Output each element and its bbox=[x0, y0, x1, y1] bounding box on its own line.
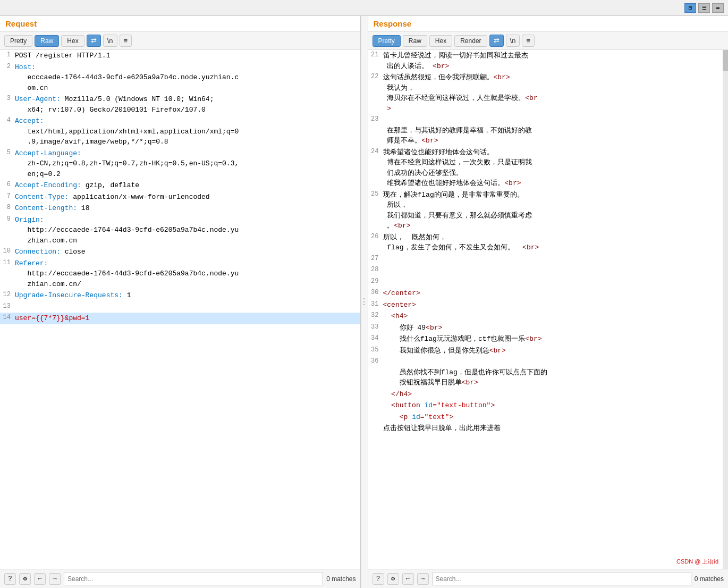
request-matches-label: 0 matches bbox=[326, 575, 355, 583]
response-line-31: 31 <center> bbox=[368, 299, 723, 311]
response-forward-button[interactable]: → bbox=[417, 573, 429, 585]
request-pretty-button[interactable]: Pretty bbox=[4, 35, 32, 47]
line-content-12: Upgrade-Insecure-Requests: 1 bbox=[15, 290, 360, 301]
line-num-1: 1 bbox=[0, 51, 15, 58]
minimize-button[interactable]: ▬ bbox=[712, 3, 724, 13]
response-line-22: 22 这句话虽然很短，但令我浮想联翩。<br> 我认为， 海贝尔在不经意间这样说… bbox=[368, 72, 723, 114]
request-raw-button[interactable]: Raw bbox=[35, 35, 59, 47]
response-line-37: </h4> bbox=[368, 389, 723, 400]
line-num-5: 5 bbox=[0, 148, 15, 156]
request-newline-icon[interactable]: \n bbox=[103, 35, 117, 47]
line-num-4: 4 bbox=[0, 116, 15, 124]
list-view-button[interactable]: ☰ bbox=[698, 3, 710, 13]
request-back-button[interactable]: ← bbox=[34, 573, 46, 585]
resp-line-num-39 bbox=[368, 412, 383, 413]
resp-line-num-33: 33 bbox=[368, 323, 383, 331]
resp-line-content-31: <center> bbox=[383, 300, 723, 310]
line-num-14: 14 bbox=[0, 313, 15, 321]
response-search-input[interactable] bbox=[432, 573, 691, 585]
response-code-area: 21 笛卡儿曾经说过，阅读一切好书如同和过去最杰 出的人谈话。 <br> 22 … bbox=[368, 50, 723, 569]
response-line-36: 36 虽然你找不到flag，但是也许你可以点点下面的 按钮祝福我早日脱单<br> bbox=[368, 356, 723, 389]
line-content-7: Content-Type: application/x-www-form-url… bbox=[15, 192, 360, 203]
response-line-33: 33 你好 49<br> bbox=[368, 322, 723, 334]
line-content-10: Connection: close bbox=[15, 247, 360, 257]
resp-line-content-25: 现在，解决flag的问题，是非常非常重要的。 所以， 我们都知道，只要有意义，那… bbox=[383, 190, 723, 231]
response-scroll-thumb[interactable] bbox=[723, 50, 728, 71]
response-back-button[interactable]: ← bbox=[402, 573, 414, 585]
response-line-23: 23 在那里，与其说好的教师是幸福，不如说好的教 师是不幸。<br> bbox=[368, 114, 723, 147]
main-panels: Request Pretty Raw Hex ⇄ \n ≡ 1 POST /re… bbox=[0, 16, 728, 588]
panel-divider: ⋮ bbox=[361, 16, 368, 588]
response-hex-button[interactable]: Hex bbox=[429, 35, 452, 47]
request-line-12: 12 Upgrade-Insecure-Requests: 1 bbox=[0, 290, 360, 301]
request-search-input[interactable] bbox=[64, 573, 323, 585]
request-line-3: 3 User-Agent: Mozilla/5.0 (Windows NT 10… bbox=[0, 94, 360, 115]
line-num-3: 3 bbox=[0, 94, 15, 102]
request-settings-button[interactable]: ⚙ bbox=[19, 573, 31, 585]
request-line-1: 1 POST /register HTTP/1.1 bbox=[0, 50, 360, 62]
response-line-29: 29 bbox=[368, 276, 723, 288]
response-newline-icon[interactable]: \n bbox=[506, 35, 520, 47]
request-line-4: 4 Accept: text/html,application/xhtml+xm… bbox=[0, 115, 360, 148]
response-settings-button[interactable]: ⚙ bbox=[387, 573, 399, 585]
resp-line-num-21: 21 bbox=[368, 51, 383, 58]
resp-line-num-22: 22 bbox=[368, 72, 383, 80]
line-content-2: Host: ecccaede-1764-44d3-9cfd-e6205a9a7b… bbox=[15, 62, 360, 94]
resp-line-content-35: 我知道你很急，但是你先别急<br> bbox=[383, 346, 723, 356]
response-panel: Response Pretty Raw Hex Render ⇄ \n ≡ 21… bbox=[368, 16, 729, 588]
response-code-wrapper: 21 笛卡儿曾经说过，阅读一切好书如同和过去最杰 出的人谈话。 <br> 22 … bbox=[368, 50, 729, 569]
tile-view-button[interactable]: ⊞ bbox=[684, 3, 696, 13]
resp-line-num-27: 27 bbox=[368, 254, 383, 262]
resp-line-num-28: 28 bbox=[368, 265, 383, 273]
resp-line-num-26: 26 bbox=[368, 232, 383, 240]
resp-line-num-24: 24 bbox=[368, 147, 383, 155]
response-transfer-icon[interactable]: ⇄ bbox=[489, 35, 504, 47]
line-content-8: Content-Length: 18 bbox=[15, 203, 360, 214]
response-line-30: 30 </center> bbox=[368, 288, 723, 299]
line-content-6: Accept-Encoding: gzip, deflate bbox=[15, 180, 360, 191]
line-num-12: 12 bbox=[0, 290, 15, 298]
line-num-6: 6 bbox=[0, 180, 15, 188]
response-scrollbar[interactable] bbox=[723, 50, 728, 569]
resp-line-content-23: 在那里，与其说好的教师是幸福，不如说好的教 师是不幸。<br> bbox=[383, 115, 723, 146]
response-line-32: 32 <h4> bbox=[368, 310, 723, 322]
request-help-button[interactable]: ? bbox=[4, 573, 16, 585]
resp-line-content-30: </center> bbox=[383, 288, 723, 299]
request-line-10: 10 Connection: close bbox=[0, 246, 360, 258]
resp-line-content-40: 点击按钮让我早日脱单，出此用来进着 bbox=[383, 423, 723, 434]
line-num-8: 8 bbox=[0, 203, 15, 211]
response-raw-button[interactable]: Raw bbox=[403, 35, 427, 47]
request-panel: Request Pretty Raw Hex ⇄ \n ≡ 1 POST /re… bbox=[0, 16, 361, 588]
request-hex-button[interactable]: Hex bbox=[61, 35, 84, 47]
resp-line-num-36: 36 bbox=[368, 357, 383, 365]
response-line-38: <button id="text-button"> bbox=[368, 400, 723, 411]
response-line-25: 25 现在，解决flag的问题，是非常非常重要的。 所以， 我们都知道，只要有意… bbox=[368, 189, 723, 232]
request-line-6: 6 Accept-Encoding: gzip, deflate bbox=[0, 180, 360, 191]
response-render-button[interactable]: Render bbox=[454, 35, 487, 47]
resp-line-num-35: 35 bbox=[368, 346, 383, 354]
request-line-9: 9 Origin: http://ecccaede-1764-44d3-9cfd… bbox=[0, 214, 360, 247]
request-transfer-icon[interactable]: ⇄ bbox=[87, 35, 101, 47]
response-help-button[interactable]: ? bbox=[373, 573, 384, 585]
resp-line-content-22: 这句话虽然很短，但令我浮想联翩。<br> 我认为， 海贝尔在不经意间这样说过，人… bbox=[383, 72, 723, 114]
line-num-10: 10 bbox=[0, 247, 15, 255]
response-line-24: 24 我希望诸位也能好好地体会这句话。 博在不经意间这样说过，一次失败，只是证明… bbox=[368, 147, 723, 189]
line-content-11: Referer: http://ecccaede-1764-44d3-9cfd-… bbox=[15, 258, 360, 290]
request-line-2: 2 Host: ecccaede-1764-44d3-9cfd-e6205a9a… bbox=[0, 62, 360, 94]
request-menu-icon[interactable]: ≡ bbox=[120, 35, 132, 47]
request-line-14: 14 user={{7*7}}&pwd=1 bbox=[0, 313, 360, 324]
response-line-28: 28 bbox=[368, 265, 723, 276]
resp-line-content-21: 笛卡儿曾经说过，阅读一切好书如同和过去最杰 出的人谈话。 <br> bbox=[383, 51, 723, 71]
response-bottom-bar: ? ⚙ ← → 0 matches bbox=[368, 569, 729, 588]
request-forward-button[interactable]: → bbox=[49, 573, 61, 585]
request-code-area: 1 POST /register HTTP/1.1 2 Host: ecccae… bbox=[0, 50, 360, 569]
resp-line-num-37 bbox=[368, 389, 383, 390]
request-bottom-bar: ? ⚙ ← → 0 matches bbox=[0, 569, 360, 588]
resp-line-num-34: 34 bbox=[368, 334, 383, 342]
resp-line-content-29 bbox=[383, 277, 723, 288]
response-pretty-button[interactable]: Pretty bbox=[373, 35, 401, 47]
response-line-34: 34 找什么flag玩玩游戏吧，ctf也就图一乐<br> bbox=[368, 333, 723, 345]
line-num-13: 13 bbox=[0, 302, 15, 310]
response-menu-icon[interactable]: ≡ bbox=[522, 35, 535, 47]
line-num-7: 7 bbox=[0, 192, 15, 200]
